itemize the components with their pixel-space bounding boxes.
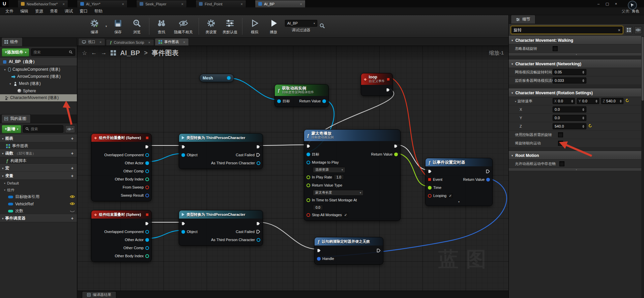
spinner-icon[interactable]	[582, 71, 584, 74]
variable-visible-eye-icon[interactable]	[70, 195, 75, 199]
pin-as-third-person[interactable]: As Third Person Character	[211, 238, 260, 242]
pin-overlapped-component[interactable]: Overlapped Component	[104, 230, 149, 234]
rate-y-input[interactable]: 0.0	[553, 115, 586, 121]
pin-target[interactable]: 目标	[306, 152, 319, 157]
expander-icon[interactable]: ▾	[3, 68, 6, 71]
breadcrumb-root[interactable]: AI_BP	[120, 49, 140, 57]
show-advanced-bar[interactable]: ▾	[509, 53, 644, 56]
bookmark-star-icon[interactable]: ☆	[82, 49, 87, 57]
section-expander-icon[interactable]: ▾	[2, 217, 4, 220]
pin-from-sweep[interactable]: From Sweep	[123, 185, 149, 189]
tab-my-blueprint[interactable]: 我的蓝图	[1, 114, 31, 123]
listen-server-smooth-input[interactable]: 0.033	[553, 77, 586, 84]
pin-other-body-index[interactable]: Other Body Index	[115, 177, 149, 181]
add-new-button[interactable]: +新增 ▾	[2, 125, 21, 133]
node-header[interactable]: 类型转换为 ThirdPersonCharacter	[179, 210, 263, 219]
tab-event-graph[interactable]: 事件图表 ×	[155, 38, 189, 45]
item-event-graph[interactable]: 事件图表	[0, 142, 77, 150]
stop-all-checkbox[interactable]: ✓	[344, 213, 348, 217]
node-set-timer-by-event[interactable]: ƒ 以事件设置定时器 Event Return Value Time Loopi…	[425, 158, 493, 206]
simulate-button[interactable]: 模拟	[245, 16, 264, 37]
debug-object-dropdown[interactable]: AI_BP ▾	[285, 20, 317, 27]
spinner-icon[interactable]	[582, 117, 584, 120]
node-header[interactable]: ƒ 蒙太奇播放 目标是动画实例	[304, 130, 400, 141]
menu-view[interactable]: 查看	[47, 8, 61, 14]
pin-target[interactable]: 目标	[277, 99, 290, 104]
add-function-button[interactable]: +	[69, 151, 75, 156]
close-window-button[interactable]: ×	[612, 0, 620, 7]
pin-other-comp[interactable]: Other Comp	[123, 169, 149, 173]
spinner-icon[interactable]	[582, 125, 584, 128]
item-construction-script[interactable]: ƒ 构建脚本	[0, 157, 77, 164]
section-expander-icon[interactable]: ▾	[2, 167, 4, 170]
nav-back-icon[interactable]: ←	[91, 49, 97, 56]
section-rotation-settings[interactable]: ▾ Character Movement (Rotation Settings)	[509, 89, 644, 97]
my-blueprint-search[interactable]	[23, 125, 63, 133]
scrollbar-thumb[interactable]	[642, 37, 644, 101]
tab-construction-script[interactable]: ƒ Construction Scrip ×	[106, 39, 154, 45]
node-mesh-variable[interactable]: Mesh	[199, 74, 234, 82]
pin-other-actor[interactable]: Other Actor	[125, 161, 149, 165]
class-settings-button[interactable]: 类设置	[202, 16, 221, 37]
show-advanced-bar[interactable]: ▾	[509, 168, 644, 171]
pin-montage-to-play[interactable]: Montage to Play	[306, 160, 339, 164]
spinner-icon[interactable]	[571, 100, 573, 103]
pin-time[interactable]: Time	[428, 186, 441, 190]
node-cast-third-person-2[interactable]: 类型转换为 ThirdPersonCharacter Object Cast F…	[179, 210, 263, 246]
section-event-dispatchers[interactable]: ▾ 事件调度器 +	[0, 214, 77, 222]
allow-physics-checkbox[interactable]	[559, 161, 564, 166]
menu-file[interactable]: 文件	[2, 8, 17, 14]
pin-sweep-result[interactable]: Sweep Result	[121, 193, 149, 197]
variable-hidden-eye-icon[interactable]	[70, 209, 75, 213]
node-header[interactable]: ◆ loop 自定义事件	[361, 73, 392, 85]
pin-exec-out[interactable]	[145, 145, 149, 149]
node-get-anim-instance[interactable]: ƒ 获取动画实例 目标是骨架网格体组件 目标 Return Value	[274, 84, 329, 107]
browse-button[interactable]: 浏览	[127, 16, 146, 37]
menu-edit[interactable]: 编辑	[17, 8, 32, 14]
section-root-motion[interactable]: ▾ Root Motion	[509, 151, 644, 160]
graph-canvas[interactable]: Mesh ƒ 获取动画实例 目标是骨架网格体组件 目标 Return Value	[77, 46, 508, 291]
start-time-value[interactable]: 0.0	[313, 205, 323, 210]
pin-in-time-to-start[interactable]: In Time to Start Montage At	[306, 198, 357, 202]
category-components[interactable]: ▾ 组件	[0, 187, 77, 193]
pin-exec-out[interactable]	[386, 88, 390, 92]
node-begin-overlap[interactable]: ◆ 组件开始重叠时 (Sphere) Overlapped Component …	[91, 133, 152, 201]
node-header[interactable]: ◆ 组件开始重叠时 (Sphere)	[91, 134, 151, 142]
pin-return-value-type[interactable]: Return Value Type	[306, 183, 342, 187]
node-header[interactable]: ƒ 以事件设置定时器	[426, 158, 492, 166]
pin-event[interactable]: Event	[428, 177, 442, 181]
section-networking[interactable]: ▾ Character Movement (Networking)	[509, 60, 644, 68]
spinner-icon[interactable]	[582, 108, 584, 111]
looping-checkbox[interactable]: ✓	[448, 194, 452, 198]
pin-looping[interactable]: Looping✓	[428, 194, 452, 198]
breadcrumb-current[interactable]: 事件图表	[152, 48, 179, 58]
node-end-overlap[interactable]: ◆ 组件结束重叠时 (Sphere) Overlapped Component …	[91, 210, 152, 262]
menu-debug[interactable]: 调试	[61, 8, 76, 14]
pin-cast-failed[interactable]: Cast Failed	[236, 230, 260, 234]
rotation-rate-x-input[interactable]: X0.0	[553, 98, 575, 104]
pin-loop-delegate[interactable]	[387, 78, 390, 81]
expander-icon[interactable]: ▾	[9, 82, 12, 86]
details-search-box[interactable]: ×	[511, 26, 623, 34]
rotation-rate-y-input[interactable]: Y0.0	[577, 98, 599, 104]
pin-other-body-index[interactable]: Other Body Index	[115, 254, 149, 258]
return-type-dropdown[interactable]: 蒙太奇长度▾	[313, 190, 363, 196]
reset-to-default-icon[interactable]	[588, 124, 592, 129]
close-icon[interactable]: ×	[238, 2, 243, 6]
maximize-button[interactable]: ▢	[603, 0, 612, 7]
pin-exec-in[interactable]	[306, 144, 311, 148]
tree-row-sphere[interactable]: Sphere	[0, 87, 77, 94]
node-clear-timer[interactable]: ƒ 以句柄清除定时器并使之无效 Handle	[314, 237, 383, 265]
doc-tab-find-point[interactable]: Find_Point ×	[196, 0, 246, 7]
pin-exec-in[interactable]	[181, 145, 185, 149]
section-expander-icon[interactable]: ▾	[2, 174, 4, 178]
variable-target-object-ref[interactable]: 目标物体引用	[0, 193, 77, 200]
close-icon[interactable]: ×	[146, 40, 150, 44]
pin-as-third-person[interactable]: As Third Person Character	[211, 161, 260, 165]
pin-exec-out[interactable]	[377, 249, 381, 253]
pin-mesh-output[interactable]	[227, 76, 231, 80]
ignore-base-rotation-checkbox[interactable]	[553, 46, 558, 51]
tree-row-arrow-component[interactable]: ArrowComponent (继承)	[0, 73, 77, 80]
section-variables[interactable]: ▾ 变量 +	[0, 172, 77, 180]
reset-to-default-icon[interactable]	[625, 99, 629, 103]
